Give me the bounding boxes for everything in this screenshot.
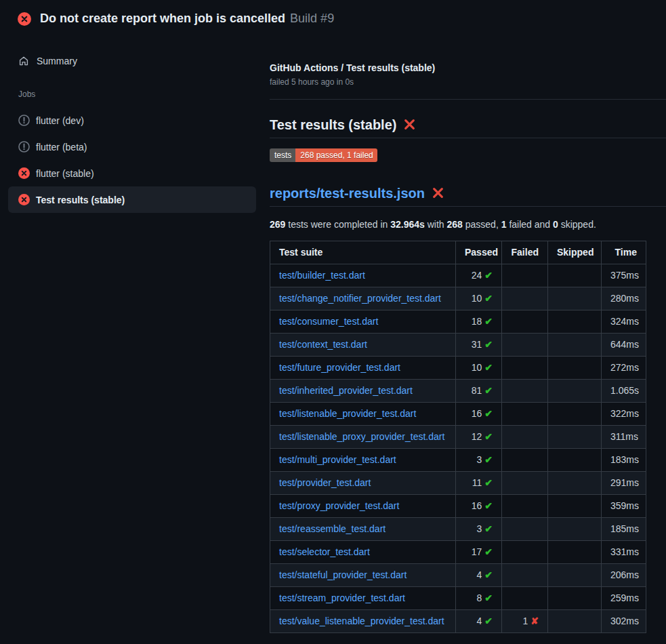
suite-link[interactable]: test/multi_provider_test.dart (279, 454, 396, 465)
suite-cell: test/change_notifier_provider_test.dart (270, 287, 456, 310)
suite-link[interactable]: test/listenable_proxy_provider_test.dart (279, 431, 444, 442)
time-cell: 302ms (602, 610, 646, 633)
jobs-section-label: Jobs (0, 89, 264, 99)
failed-cell (502, 587, 548, 610)
red-x-icon (403, 118, 416, 131)
skipped-cell (548, 403, 602, 426)
suite-link[interactable]: test/future_provider_test.dart (279, 362, 400, 373)
time-cell: 185ms (602, 518, 646, 541)
table-row: test/stateful_provider_test.dart4✔206ms (270, 564, 646, 587)
column-header-passed: Passed (456, 241, 502, 264)
suite-cell: test/consumer_test.dart (270, 310, 456, 334)
suite-cell: test/stream_provider_test.dart (270, 587, 456, 610)
table-row: test/value_listenable_provider_test.dart… (270, 610, 646, 633)
badge-value: 268 passed, 1 failed (295, 148, 377, 162)
suite-link[interactable]: test/proxy_provider_test.dart (279, 500, 399, 511)
passed-cell: 18✔ (456, 310, 502, 334)
check-icon: ✔ (484, 385, 493, 396)
sidebar: Summary Jobs flutter (dev)flutter (beta)… (0, 37, 264, 213)
skipped-cell (548, 264, 602, 287)
suite-cell: test/builder_test.dart (270, 264, 456, 287)
passed-cell: 10✔ (456, 287, 502, 310)
skipped-cell (548, 334, 602, 357)
report-link[interactable]: reports/test-results.json (270, 186, 425, 201)
table-row: test/context_test.dart31✔644ms (270, 334, 646, 357)
suite-cell: test/inherited_provider_test.dart (270, 380, 456, 403)
failed-cell (502, 495, 548, 518)
passed-cell: 31✔ (456, 334, 502, 357)
passed-cell: 4✔ (456, 610, 502, 633)
failed-icon (18, 167, 30, 179)
passed-cell: 10✔ (456, 357, 502, 380)
failed-cell (502, 334, 548, 357)
sidebar-item-summary[interactable]: Summary (0, 50, 264, 72)
sidebar-item-label: flutter (dev) (36, 115, 84, 126)
failed-cell (502, 449, 548, 472)
suite-link[interactable]: test/builder_test.dart (279, 270, 365, 281)
table-row: test/change_notifier_provider_test.dart1… (270, 287, 646, 310)
status-line: failed 5 hours ago in 0s (270, 76, 666, 88)
table-row: test/stream_provider_test.dart8✔259ms (270, 587, 646, 610)
time-cell: 206ms (602, 564, 646, 587)
failed-cell (502, 564, 548, 587)
failed-cell: 1✘ (502, 610, 548, 633)
skipped-cell (548, 610, 602, 633)
skipped-cell (548, 380, 602, 403)
cancelled-icon (18, 115, 30, 126)
suite-link[interactable]: test/selector_test.dart (279, 546, 370, 557)
failed-cell (502, 287, 548, 310)
check-icon: ✔ (484, 523, 493, 534)
time-cell: 311ms (602, 426, 646, 449)
table-row: test/future_provider_test.dart10✔272ms (270, 357, 646, 380)
failed-cell (502, 310, 548, 334)
time-cell: 1.065s (602, 380, 646, 403)
check-icon: ✔ (484, 362, 493, 373)
check-icon: ✔ (484, 616, 493, 626)
check-icon: ✔ (484, 270, 493, 281)
suite-link[interactable]: test/inherited_provider_test.dart (279, 385, 413, 396)
sidebar-item-flutter-dev-[interactable]: flutter (dev) (8, 107, 256, 134)
badge-label: tests (270, 148, 295, 162)
suite-link[interactable]: test/value_listenable_provider_test.dart (279, 616, 444, 626)
passed-cell: 24✔ (456, 264, 502, 287)
check-icon: ✔ (484, 500, 493, 511)
suite-cell: test/listenable_proxy_provider_test.dart (270, 426, 456, 449)
suite-link[interactable]: test/consumer_test.dart (279, 316, 378, 327)
cancelled-icon (18, 141, 30, 153)
skipped-cell (548, 357, 602, 380)
sidebar-item-test-results-stable-[interactable]: Test results (stable) (8, 186, 256, 213)
main-content: GitHub Actions / Test results (stable) f… (264, 37, 666, 633)
suite-cell: test/listenable_provider_test.dart (270, 403, 456, 426)
passed-cell: 11✔ (456, 472, 502, 495)
failed-icon (18, 194, 30, 205)
table-row: test/proxy_provider_test.dart16✔359ms (270, 495, 646, 518)
table-row: test/listenable_proxy_provider_test.dart… (270, 426, 646, 449)
passed-cell: 81✔ (456, 380, 502, 403)
suite-link[interactable]: test/change_notifier_provider_test.dart (279, 293, 441, 304)
sidebar-item-flutter-stable-[interactable]: flutter (stable) (8, 160, 256, 186)
suite-link[interactable]: test/listenable_provider_test.dart (279, 408, 416, 419)
suite-cell: test/value_listenable_provider_test.dart (270, 610, 456, 633)
suite-link[interactable]: test/stream_provider_test.dart (279, 592, 405, 603)
suite-cell: test/future_provider_test.dart (270, 357, 456, 380)
suite-link[interactable]: test/stateful_provider_test.dart (279, 569, 407, 580)
suite-cell: test/stateful_provider_test.dart (270, 564, 456, 587)
passed-cell: 17✔ (456, 541, 502, 564)
time-cell: 331ms (602, 541, 646, 564)
suite-link[interactable]: test/context_test.dart (279, 339, 367, 350)
results-table: Test suitePassedFailedSkippedTime test/b… (270, 241, 646, 633)
failed-cell (502, 357, 548, 380)
red-x-icon: ✘ (530, 616, 539, 626)
sidebar-item-flutter-beta-[interactable]: flutter (beta) (8, 134, 256, 160)
page-title: Do not create report when job is cancell… (40, 12, 285, 26)
skipped-cell (548, 518, 602, 541)
failed-icon (18, 12, 31, 26)
red-x-icon (432, 186, 444, 199)
suite-cell: test/selector_test.dart (270, 541, 456, 564)
suite-link[interactable]: test/reassemble_test.dart (279, 523, 386, 534)
column-header-failed: Failed (502, 241, 548, 264)
skipped-cell (548, 541, 602, 564)
suite-link[interactable]: test/provider_test.dart (279, 477, 371, 488)
breadcrumb: GitHub Actions / Test results (stable) (270, 61, 666, 75)
time-cell: 644ms (602, 334, 646, 357)
